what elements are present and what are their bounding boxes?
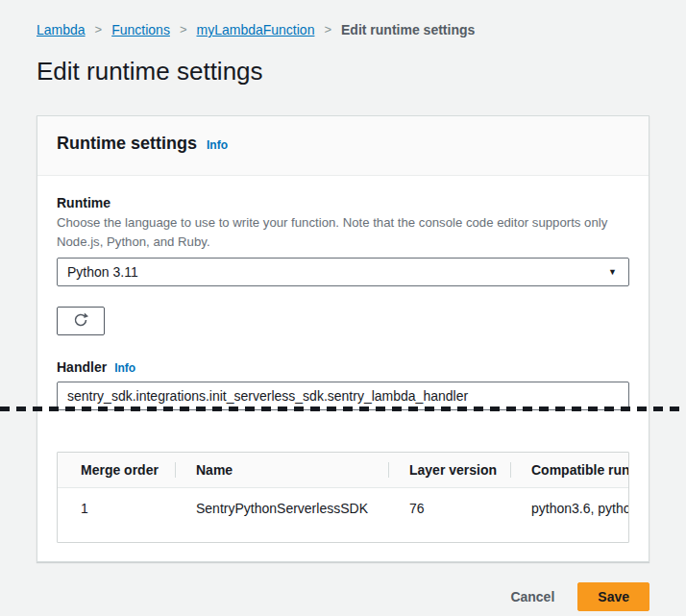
chevron-down-icon: ▼ (608, 267, 617, 277)
refresh-runtimes-button[interactable] (57, 307, 105, 335)
runtime-select[interactable]: Python 3.11 ▼ (57, 258, 629, 286)
refresh-icon (72, 311, 89, 332)
runtime-label: Runtime (57, 194, 629, 211)
save-button[interactable]: Save (577, 582, 649, 611)
runtime-selected-value: Python 3.11 (67, 264, 138, 280)
footer-actions: Cancel Save (37, 582, 649, 611)
layers-table: Merge order Name Layer version Compatibl… (57, 452, 629, 543)
cancel-button[interactable]: Cancel (510, 589, 554, 604)
column-header-merge-order: Merge order (58, 462, 175, 478)
breadcrumb-lambda[interactable]: Lambda (37, 22, 86, 37)
handler-label: Handler (57, 358, 107, 376)
column-header-name: Name (175, 462, 388, 478)
content-snip-divider (0, 407, 686, 411)
cell-layer-version: 76 (388, 501, 510, 516)
chevron-right-icon: > (180, 22, 187, 37)
breadcrumb: Lambda > Functions > myLambdaFunction > … (37, 0, 649, 37)
breadcrumb-mylambdafunction[interactable]: myLambdaFunction (196, 22, 314, 37)
handler-field: Handler Info (57, 358, 629, 410)
cell-merge-order: 1 (58, 501, 175, 516)
breadcrumb-functions[interactable]: Functions (111, 22, 170, 37)
handler-info-link[interactable]: Info (114, 361, 135, 375)
column-header-compatible-runtimes: Compatible runtimes (510, 462, 628, 478)
edit-runtime-settings-page: Lambda > Functions > myLambdaFunction > … (0, 0, 686, 616)
runtime-settings-info-link[interactable]: Info (207, 138, 228, 152)
page-title: Edit runtime settings (37, 57, 649, 86)
breadcrumb-current: Edit runtime settings (341, 22, 475, 37)
panel-title: Runtime settings (57, 134, 197, 154)
panel-body: Runtime Choose the language to use to wr… (37, 176, 649, 561)
table-row: 1 SentryPythonServerlessSDK 76 python3.6… (58, 488, 628, 542)
chevron-right-icon: > (324, 22, 331, 37)
cell-compatible-runtimes: python3.6, python3.7 (510, 501, 628, 516)
cell-name: SentryPythonServerlessSDK (175, 501, 388, 516)
runtime-settings-panel: Runtime settings Info Runtime Choose the… (37, 115, 649, 562)
runtime-description: Choose the language to use to write your… (57, 213, 629, 252)
layers-table-header: Merge order Name Layer version Compatibl… (58, 453, 628, 488)
panel-header: Runtime settings Info (37, 116, 649, 176)
runtime-field: Runtime Choose the language to use to wr… (57, 194, 629, 286)
column-header-layer-version: Layer version (388, 462, 510, 478)
chevron-right-icon: > (95, 22, 103, 37)
